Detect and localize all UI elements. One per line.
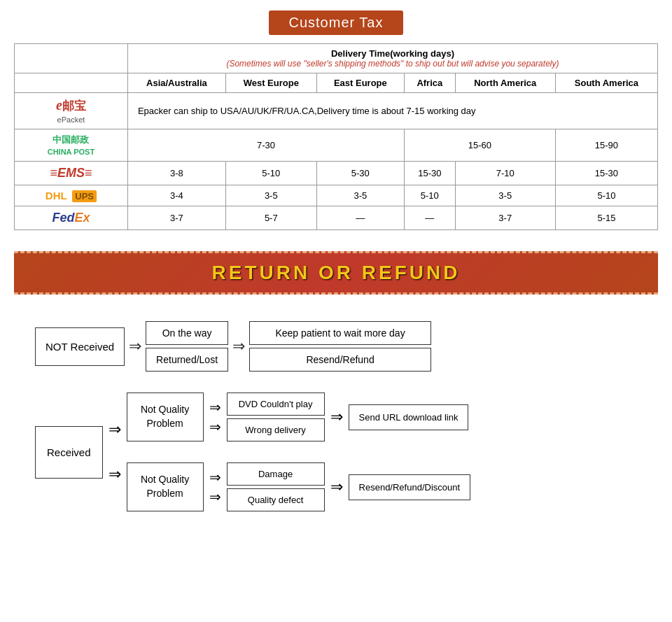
- bottom-branch: Not Quality Problem ⇒ ⇒ Damage Quality d…: [127, 462, 471, 511]
- col-south-america: South America: [555, 73, 657, 93]
- double-arrow-top: ⇒ ⇒: [209, 399, 221, 435]
- col-west-europe: West Europe: [225, 73, 316, 93]
- delivery-time-subheader: (Sometimes will use "seller's shipping m…: [134, 59, 652, 69]
- fedex-logo: FedEx: [20, 211, 122, 225]
- arrow-top-branch: ⇒: [108, 420, 121, 439]
- received-box: Received: [35, 426, 103, 479]
- table-row: DHL UPS 3-4 3-5 3-5 5-10 3-5 5-10: [15, 185, 658, 206]
- col-africa: Africa: [404, 73, 455, 93]
- not-received-box: NOT Received: [35, 327, 125, 366]
- arrow-bottom-branch: ⇒: [108, 465, 121, 483]
- keep-patient-box: Keep patient to wait more day: [249, 321, 431, 345]
- chinapost-cell-3: 15-90: [555, 129, 657, 162]
- table-row: 中国邮政 CHINA POST 7-30 15-60 15-90: [15, 129, 658, 162]
- top-branch: Not Quality Problem ⇒ ⇒ DVD Couldn't pla…: [127, 393, 471, 441]
- not-received-section: NOT Received ⇒ On the way Returned/Lost …: [14, 314, 658, 379]
- returned-lost-box: Returned/Lost: [146, 348, 228, 372]
- chinapost-cell-2: 15-60: [404, 129, 555, 162]
- wrong-delivery-box: Wrong delivery: [227, 418, 325, 441]
- received-section: Received ⇒ ⇒ Not Quality Problem ⇒ ⇒ DVD…: [14, 393, 658, 532]
- quality-defect-box: Quality defect: [227, 488, 325, 511]
- resend-refund-discount-box: Resend/Refund/Discount: [349, 474, 471, 500]
- received-branches: Not Quality Problem ⇒ ⇒ DVD Couldn't pla…: [127, 393, 471, 511]
- sub-branch-top: DVD Couldn't play Wrong delivery: [227, 393, 325, 441]
- on-the-way-box: On the way: [146, 321, 228, 345]
- damage-box: Damage: [227, 462, 325, 486]
- col-asia: Asia/Australia: [127, 73, 225, 93]
- double-arrow-col: ⇒ ⇒: [108, 420, 121, 483]
- send-url-box: Send URL download link: [349, 404, 469, 430]
- shipping-table: Delivery Time(working days) (Sometimes w…: [14, 43, 658, 230]
- arrow-to-url: ⇒: [330, 408, 343, 426]
- chinapost-logo: 中国邮政 CHINA POST: [20, 134, 122, 157]
- branch-col-1: On the way Returned/Lost: [146, 321, 228, 372]
- return-refund-banner: RETURN OR REFUND: [14, 251, 658, 295]
- sub-branch-bottom: Damage Quality defect: [227, 462, 325, 511]
- arrow-2: ⇒: [232, 337, 245, 355]
- customer-tax-header: Customer Tax: [14, 10, 658, 35]
- nqp-box-bottom: Not Quality Problem: [127, 462, 204, 511]
- table-row: FedEx 3-7 5-7 — — 3-7 5-15: [15, 206, 658, 230]
- arrow-to-resend: ⇒: [330, 478, 343, 496]
- resend-refund-box: Resend/Refund: [249, 348, 431, 372]
- delivery-time-header: Delivery Time(working days): [134, 48, 652, 59]
- table-row: ≡EMS≡ 3-8 5-10 5-30 15-30 7-10 15-30: [15, 162, 658, 185]
- customer-tax-title: Customer Tax: [269, 10, 402, 35]
- col-east-europe: East Europe: [316, 73, 404, 93]
- return-refund-title: RETURN OR REFUND: [212, 262, 461, 283]
- epacket-logo: e邮宝 ePacket: [20, 97, 122, 125]
- dvd-box: DVD Couldn't play: [227, 393, 325, 416]
- col-north-america: North America: [455, 73, 555, 93]
- arrow-1: ⇒: [129, 337, 141, 355]
- double-arrow-bottom: ⇒ ⇒: [209, 469, 221, 505]
- dhlups-logo: DHL UPS: [20, 190, 122, 202]
- result-col-1: Keep patient to wait more day Resend/Ref…: [249, 321, 431, 372]
- chinapost-cell-1: 7-30: [127, 129, 404, 162]
- epacket-info: Epacker can ship to USA/AU/UK/FR/UA.CA,D…: [127, 93, 657, 129]
- ems-logo: ≡EMS≡: [20, 166, 122, 181]
- nqp-box-top: Not Quality Problem: [127, 393, 204, 441]
- table-row: e邮宝 ePacket Epacker can ship to USA/AU/U…: [15, 93, 658, 129]
